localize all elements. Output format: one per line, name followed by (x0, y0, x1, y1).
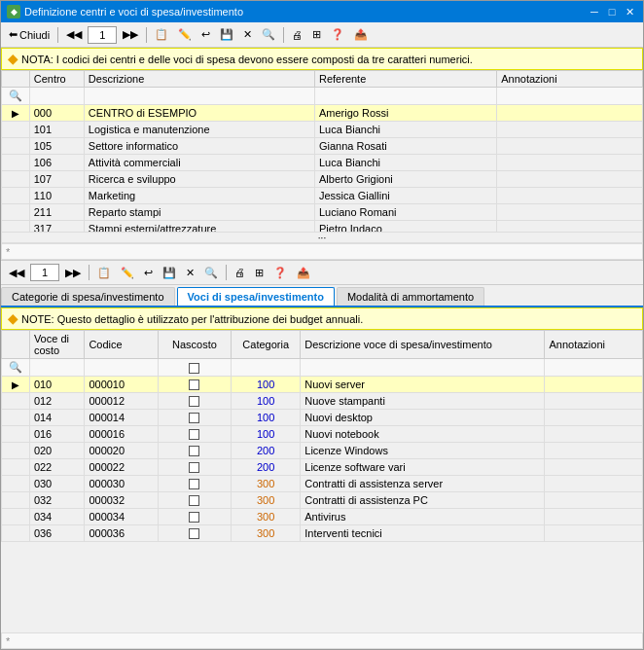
bot-sep-2 (226, 265, 227, 280)
table-row[interactable]: 022 000022 200 Licenze software vari (2, 459, 643, 476)
grid-btn[interactable]: ⊞ (308, 25, 325, 45)
th-centro: Centro (29, 71, 84, 88)
separator-1 (57, 27, 58, 43)
refresh-btn[interactable]: ↩ (197, 25, 214, 45)
cell-descvoce: Nuove stampanti (301, 393, 545, 410)
row-checkbox[interactable] (189, 379, 199, 390)
bot-nav-last-btn[interactable]: ▶▶ (61, 263, 85, 282)
delete-btn[interactable]: ✕ (239, 25, 256, 45)
row-checkbox[interactable] (189, 429, 199, 440)
search-btn[interactable]: 🔍 (258, 25, 279, 45)
bot-nav-input[interactable] (30, 264, 59, 281)
nav-page-input[interactable] (88, 26, 117, 44)
maximize-button[interactable]: □ (604, 4, 620, 19)
cell-annot (497, 188, 643, 204)
cell-annot (497, 138, 643, 155)
row-checkbox[interactable] (189, 462, 199, 473)
window-title: Definizione centri e voci di spesa/inves… (24, 6, 243, 18)
table-row[interactable]: 032 000032 300 Contratti di assistenza P… (2, 492, 643, 509)
bot-delete-btn[interactable]: ✕ (182, 263, 198, 282)
table-row[interactable]: 107 Ricerca e sviluppo Alberto Grigioni (2, 171, 643, 188)
cell-annot2 (545, 426, 643, 443)
table-row[interactable]: 014 000014 100 Nuovi desktop (2, 410, 643, 426)
row-checkbox[interactable] (189, 396, 199, 407)
note-bar-bottom: ◆ NOTE: Questo dettaglio è utilizzato pe… (1, 307, 643, 330)
cell-cat: 300 (232, 476, 301, 492)
bot-export-btn[interactable]: 📤 (293, 263, 314, 282)
table-row[interactable]: 020 000020 200 Licenze Windows (2, 443, 643, 459)
table-row[interactable]: 106 Attività commerciali Luca Bianchi (2, 155, 643, 171)
th-arrow (2, 71, 30, 88)
main-window: ◆ Definizione centri e voci di spesa/inv… (0, 0, 644, 650)
cell-cat: 100 (232, 377, 301, 393)
cell-nascosto (158, 492, 231, 509)
bot-search-annot (545, 359, 643, 377)
close-btn[interactable]: ⬅ Chiudi (5, 25, 54, 45)
bot-refresh-btn[interactable]: ↩ (140, 263, 157, 282)
row-arrow (2, 204, 30, 221)
note-bar-top: ◆ NOTA: I codici dei centri e delle voci… (1, 48, 643, 70)
minimize-button[interactable]: ─ (587, 4, 602, 19)
save-btn[interactable]: 💾 (216, 25, 237, 45)
search-checkbox[interactable] (189, 363, 199, 374)
close-button[interactable]: ✕ (622, 4, 637, 19)
table-row[interactable]: 030 000030 300 Contratti di assistenza s… (2, 476, 643, 492)
bot-edit-btn[interactable]: ✏️ (117, 263, 138, 282)
row-arrow (2, 138, 30, 155)
nav-last-btn[interactable]: ▶▶ (119, 25, 142, 45)
bot-new-btn[interactable]: 📋 (93, 263, 115, 282)
help-btn[interactable]: ❓ (327, 25, 348, 45)
bot-search-btn[interactable]: 🔍 (200, 263, 222, 282)
bth-descvoce: Descrizione voce di spesa/investimento (301, 331, 545, 359)
edit-btn[interactable]: ✏️ (174, 25, 196, 45)
bot-nav-first-btn[interactable]: ◀◀ (5, 263, 28, 282)
table-row[interactable]: ▶ 010 000010 100 Nuovi server (2, 377, 643, 393)
cell-ref: Gianna Rosati (314, 138, 496, 155)
table-row[interactable]: 110 Marketing Jessica Giallini (2, 188, 643, 204)
row-checkbox[interactable] (189, 479, 199, 489)
table-row[interactable]: 317 Stampi esterni/attrezzature Pietro I… (2, 221, 643, 233)
bot-search-icon-cell: 🔍 (2, 359, 30, 377)
cell-annot2 (545, 410, 643, 426)
row-checkbox[interactable] (189, 495, 199, 506)
nav-first-btn[interactable]: ◀◀ (62, 25, 86, 45)
tab-categorie[interactable]: Categorie di spesa/investimento (1, 287, 175, 306)
tab-modalita[interactable]: Modalità di ammortamento (337, 287, 484, 306)
row-arrow: ▶ (2, 377, 30, 393)
bot-save-btn[interactable]: 💾 (159, 263, 180, 282)
cell-voce: 012 (29, 393, 85, 410)
table-row[interactable]: 016 000016 100 Nuovi notebook (2, 426, 643, 443)
bot-print-btn[interactable]: 🖨 (231, 263, 249, 282)
table-row[interactable]: ▶ 000 CENTRO di ESEMPIO Amerigo Rossi (2, 105, 643, 122)
cell-cat: 100 (232, 410, 301, 426)
top-grid-search-row: 🔍 (2, 88, 643, 105)
cell-annot2 (545, 492, 643, 509)
table-row[interactable]: 211 Reparto stampi Luciano Romani (2, 204, 643, 221)
bot-grid-btn[interactable]: ⊞ (251, 263, 268, 282)
table-row[interactable]: 101 Logistica e manutenzione Luca Bianch… (2, 122, 643, 138)
table-row[interactable]: 036 000036 300 Interventi tecnici (2, 525, 643, 542)
table-row[interactable]: 105 Settore informatico Gianna Rosati (2, 138, 643, 155)
cell-descvoce: Contratti di assistenza PC (301, 492, 545, 509)
bot-help-btn[interactable]: ❓ (269, 263, 291, 282)
row-checkbox[interactable] (189, 512, 199, 523)
th-ref: Referente (314, 71, 496, 88)
top-grid-body: ▶ 000 CENTRO di ESEMPIO Amerigo Rossi 10… (2, 105, 643, 233)
tab-voci[interactable]: Voci di spesa/investimento (177, 287, 335, 306)
cell-annot (497, 204, 643, 221)
search-centro (29, 88, 84, 105)
new-btn[interactable]: 📋 (151, 25, 172, 45)
bottom-grid-table: Voce di costo Codice Nascosto Categoria … (1, 330, 643, 542)
row-checkbox[interactable] (189, 413, 199, 423)
print-btn[interactable]: 🖨 (288, 25, 306, 45)
table-row[interactable]: 034 000034 300 Antivirus (2, 509, 643, 525)
row-arrow (2, 410, 30, 426)
row-checkbox[interactable] (189, 528, 199, 539)
bot-search-nascosto (158, 359, 231, 377)
export-btn[interactable]: 📤 (350, 25, 372, 45)
row-checkbox[interactable] (189, 446, 199, 456)
bot-new-row-star: * (6, 635, 10, 647)
cell-nascosto (158, 426, 231, 443)
table-row[interactable]: 012 000012 100 Nuove stampanti (2, 393, 643, 410)
cell-ref: Luciano Romani (314, 204, 496, 221)
